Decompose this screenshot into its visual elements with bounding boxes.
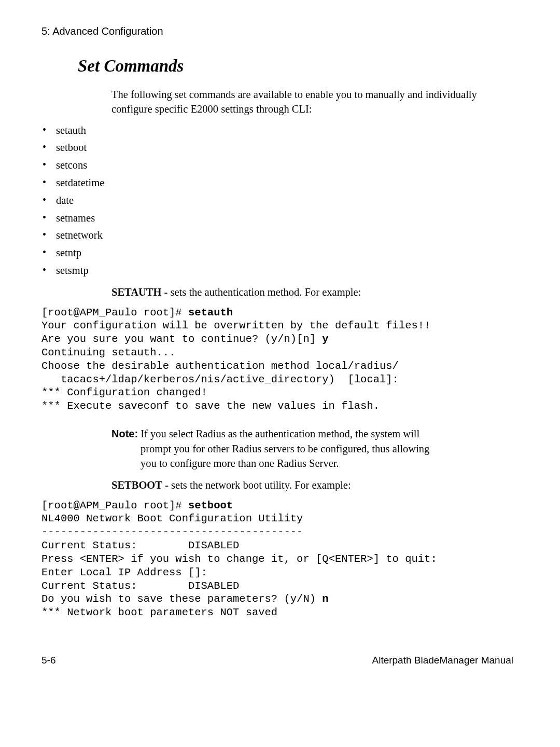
note-label: Note: xyxy=(111,428,138,439)
list-item: setsmtp xyxy=(41,263,519,278)
setboot-name: SETBOOT xyxy=(111,479,162,491)
code-line: Your configuration will be overwritten b… xyxy=(41,320,430,331)
code-line: Choose the desirable authentication meth… xyxy=(41,360,399,372)
setauth-name: SETAUTH xyxy=(111,286,161,298)
list-item: setdatetime xyxy=(41,175,519,190)
list-item: date xyxy=(41,193,519,208)
setboot-heading: SETBOOT - sets the network boot utility.… xyxy=(111,478,498,492)
code-input: n xyxy=(322,593,328,605)
chapter-title: 5: Advanced Configuration xyxy=(41,24,519,39)
page-footer: 5-6 Alterpath BladeManager Manual xyxy=(41,654,519,667)
code-line: ----------------------------------------… xyxy=(41,526,303,538)
setauth-desc: - sets the authentication method. For ex… xyxy=(161,286,361,298)
list-item: setntp xyxy=(41,245,519,260)
code-line: Press <ENTER> if you wish to change it, … xyxy=(41,553,437,565)
note-text-cont: prompt you for other Radius servers to b… xyxy=(141,441,487,456)
code-command: setauth xyxy=(188,307,233,319)
code-line: *** Execute saveconf to save the new val… xyxy=(41,400,380,412)
page-number: 5-6 xyxy=(41,654,55,667)
list-item: setnetwork xyxy=(41,228,519,242)
manual-title: Alterpath BladeManager Manual xyxy=(372,654,513,667)
code-line: Current Status: DISABLED xyxy=(41,580,239,592)
setboot-desc: - sets the network boot utility. For exa… xyxy=(162,479,351,491)
command-list: setauth setboot setcons setdatetime date… xyxy=(41,123,519,278)
code-line: Enter Local IP Address []: xyxy=(41,566,207,578)
intro-paragraph: The following set commands are available… xyxy=(111,87,498,117)
code-line: Do you wish to save these parameters? (y… xyxy=(41,593,322,605)
code-input: y xyxy=(322,333,328,345)
setauth-heading: SETAUTH - sets the authentication method… xyxy=(111,285,498,299)
code-line: tacacs+/ldap/kerberos/nis/active_directo… xyxy=(41,374,399,385)
list-item: setboot xyxy=(41,140,519,155)
code-line: Are you sure you want to continue? (y/n)… xyxy=(41,333,322,345)
note-text-cont: you to configure more than one Radius Se… xyxy=(141,456,487,471)
list-item: setnames xyxy=(41,211,519,225)
code-line: Continuing setauth... xyxy=(41,347,175,358)
code-line: [root@APM_Paulo root]# xyxy=(41,307,188,319)
code-line: *** Network boot parameters NOT saved xyxy=(41,606,277,618)
list-item: setauth xyxy=(41,123,519,137)
note-block: Note: If you select Radius as the authen… xyxy=(111,426,487,471)
setauth-code-block: [root@APM_Paulo root]# setauth Your conf… xyxy=(41,306,519,413)
code-command: setboot xyxy=(188,500,233,511)
code-line: NL4000 Network Boot Configuration Utilit… xyxy=(41,513,303,524)
list-item: setcons xyxy=(41,158,519,172)
code-line: *** Configuration changed! xyxy=(41,386,207,398)
code-line: Current Status: DISABLED xyxy=(41,540,239,551)
code-line: [root@APM_Paulo root]# xyxy=(41,500,188,511)
setboot-code-block: [root@APM_Paulo root]# setboot NL4000 Ne… xyxy=(41,499,519,619)
section-heading: Set Commands xyxy=(78,54,519,78)
note-text: If you select Radius as the authenticati… xyxy=(138,428,419,439)
